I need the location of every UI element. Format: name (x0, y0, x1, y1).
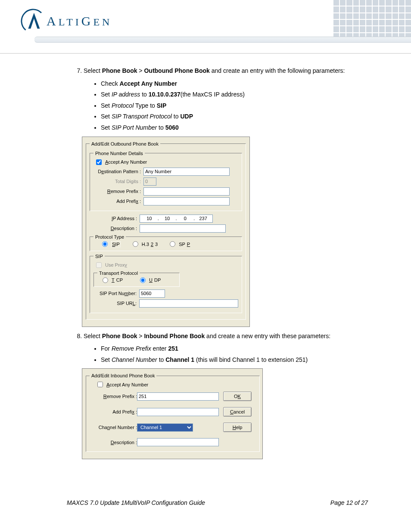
group-legend: Transport Protocol (97, 271, 140, 276)
channel-number-select[interactable]: Channel 1 (137, 423, 193, 432)
add-prefix-label: Add Prefix : (93, 199, 141, 204)
ip-octet[interactable]: 10 (143, 216, 156, 221)
inbound-accept-any-checkbox[interactable] (97, 382, 103, 387)
group-legend: Add/Edit Outbound Phone Book (90, 141, 160, 146)
text: enter (151, 345, 168, 352)
transport-udp-radio[interactable]: UDP (140, 277, 161, 283)
text: Channel 1 (165, 356, 194, 363)
sip-url-label: SIP URL: (93, 301, 137, 306)
text: 10.10.0.237 (149, 91, 181, 98)
page-header: ALTIGEN (0, 0, 411, 54)
text: and create a new entry with these parame… (205, 333, 330, 339)
remove-prefix-label: Remove Prefix : (93, 189, 141, 194)
destination-pattern-input[interactable] (143, 168, 230, 176)
text: IP address (112, 91, 140, 98)
text: > (137, 333, 144, 339)
sip-port-label: SIP Port Number: (93, 291, 137, 296)
use-proxy-checkbox (96, 262, 102, 268)
page-footer: MAXCS 7.0 Update 1MultiVoIP Configuratio… (67, 499, 368, 506)
inbound-description-input[interactable] (137, 438, 219, 446)
text: Phone Book (102, 333, 137, 339)
sip-group: SIP Use Proxy Transport Protocol TCP UDP… (90, 254, 242, 313)
ip-octet[interactable]: 10 (161, 216, 174, 221)
cancel-button[interactable]: Cancel (223, 407, 252, 417)
text: Accept Any Number (120, 80, 177, 87)
step-8: Select Phone Book > Inbound Phone Book a… (84, 332, 368, 364)
group-legend: SIP (93, 254, 105, 259)
sip-url-input[interactable] (139, 299, 238, 308)
text: Channel Number (112, 356, 157, 363)
text: Set (101, 113, 112, 120)
ip-octet[interactable]: 237 (197, 216, 210, 221)
channel-number-label: Channel Number : (90, 425, 137, 430)
add-prefix-input[interactable] (143, 197, 230, 205)
protocol-sip-radio[interactable]: SIP (102, 241, 121, 247)
total-digits-input (143, 177, 156, 186)
total-digits-label: Total Digits : (93, 179, 141, 184)
text: Check (101, 80, 120, 87)
help-button[interactable]: Help (223, 423, 252, 432)
bullet: Set SIP Transport Protocol to UDP (101, 112, 368, 121)
logo-icon (21, 9, 46, 34)
text: UDP (180, 113, 193, 120)
text: Phone Book (102, 67, 137, 74)
header-divider (0, 53, 411, 54)
text: to (157, 124, 165, 131)
text: and create an entry with the following p… (210, 67, 345, 74)
header-decoration (333, 0, 411, 39)
ok-button[interactable]: OK (223, 392, 252, 401)
transport-tcp-radio[interactable]: TCP (103, 277, 123, 283)
accept-any-row: Accept Any Number (96, 159, 238, 165)
group-legend: Phone Number Details (93, 151, 145, 156)
inbound-description-label: Description : (90, 440, 137, 445)
protocol-spp-radio[interactable]: SPP (170, 241, 190, 247)
text: Select (84, 333, 102, 339)
header-band (34, 37, 411, 43)
text: SIP Port Number (112, 124, 157, 131)
description-input[interactable] (140, 224, 226, 233)
group-legend: Add/Edit Inbound Phone Book (90, 373, 156, 378)
text: Set (101, 124, 112, 131)
instruction-list: Select Phone Book > Outbound Phone Book … (73, 67, 368, 132)
text: (the MaxCS IP address) (181, 91, 245, 98)
bullet: For Remove Prefix enter 251 (101, 345, 368, 353)
accept-any-checkbox[interactable] (96, 159, 102, 165)
ip-octet[interactable]: 0 (179, 216, 192, 221)
step-8-bullets: For Remove Prefix enter 251 Set Channel … (84, 345, 368, 364)
inbound-add-prefix-input[interactable] (137, 408, 219, 416)
bullet: Check Accept Any Number (101, 80, 368, 88)
text: 251 (168, 345, 178, 352)
text: Remove Prefix (112, 345, 151, 352)
inbound-accept-any-row: Accept Any Number (97, 382, 256, 387)
inbound-remove-prefix-input[interactable] (137, 392, 219, 401)
protocol-type-group: Protocol Type SIP H.323 SPP (90, 234, 242, 251)
ip-address-input[interactable]: 10. 10. 0. 237 (140, 215, 213, 223)
page-content: Select Phone Book > Outbound Phone Book … (0, 54, 411, 482)
text: Protocol (112, 102, 134, 109)
text: 5060 (165, 124, 179, 131)
text: SIP (157, 102, 167, 109)
text: Inbound Phone Book (144, 333, 205, 339)
text: Set (101, 102, 112, 109)
step-7-bullets: Check Accept Any Number Set IP address t… (84, 80, 368, 132)
sip-port-input[interactable] (139, 289, 165, 298)
bullet: Set Protocol Type to SIP (101, 102, 368, 110)
brand-logo: ALTIGEN (21, 9, 112, 34)
use-proxy-label: Use Proxy (105, 262, 127, 268)
inbound-add-prefix-label: Add Prefix : (90, 409, 137, 414)
bullet: Set Channel Number to Channel 1 (this wi… (101, 356, 368, 364)
remove-prefix-input[interactable] (143, 187, 230, 196)
text: For (101, 345, 112, 352)
description-label: Description : (90, 226, 137, 231)
bullet: Set SIP Port Number to 5060 (101, 124, 368, 132)
inbound-main-group: Add/Edit Inbound Phone Book Accept Any N… (86, 373, 260, 452)
protocol-h323-radio[interactable]: H.323 (133, 241, 158, 247)
text: to (140, 91, 148, 98)
footer-page-number: Page 12 of 27 (330, 499, 368, 506)
text: to (172, 113, 180, 120)
text: (this will bind Channel 1 to extension 2… (194, 356, 308, 363)
text: Set (101, 356, 112, 363)
inbound-accept-any-label: Accept Any Number (106, 382, 148, 387)
outbound-main-group: Add/Edit Outbound Phone Book Phone Numbe… (86, 141, 246, 320)
footer-title: MAXCS 7.0 Update 1MultiVoIP Configuratio… (67, 499, 205, 506)
